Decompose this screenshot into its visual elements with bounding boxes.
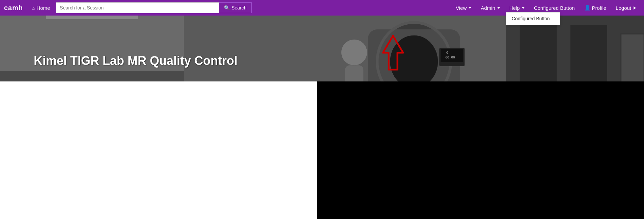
brand-logo[interactable]: camh xyxy=(4,4,23,12)
profile-icon: 👤 xyxy=(584,5,591,11)
svg-marker-22 xyxy=(383,36,403,70)
configured-button-nav[interactable]: Configured Button xyxy=(531,4,578,12)
red-arrow-annotation xyxy=(378,34,408,73)
svg-text:00:00: 00:00 xyxy=(445,55,455,59)
search-form: 🔍 Search xyxy=(56,2,251,13)
content-area xyxy=(0,81,644,219)
home-icon: ⌂ xyxy=(32,5,35,11)
admin-label: Admin xyxy=(481,5,495,11)
search-icon: 🔍 xyxy=(224,5,230,10)
content-right xyxy=(317,81,644,219)
view-caret-icon xyxy=(469,7,471,9)
svg-rect-17 xyxy=(345,65,364,81)
view-menu[interactable]: View xyxy=(452,4,475,12)
help-caret-icon xyxy=(522,7,525,9)
search-button[interactable]: 🔍 Search xyxy=(219,2,251,13)
profile-label: Profile xyxy=(592,5,607,11)
hero-background: 0 00:00 Kimel TIGR Lab MR Quality Contro xyxy=(0,16,644,81)
help-menu[interactable]: Help Configured Button xyxy=(506,4,528,12)
help-label: Help xyxy=(509,5,520,11)
admin-menu[interactable]: Admin xyxy=(477,4,503,12)
search-button-label: Search xyxy=(231,5,246,10)
svg-rect-20 xyxy=(570,25,607,81)
home-label: Home xyxy=(36,5,50,11)
configured-button-nav-label: Configured Button xyxy=(534,5,575,11)
hero-title: Kimel TIGR Lab MR Quality Control xyxy=(0,54,248,75)
dropdown-configured-button[interactable]: Configured Button xyxy=(506,13,560,25)
admin-caret-icon xyxy=(497,7,500,9)
view-label: View xyxy=(456,5,467,11)
logout-label: Logout xyxy=(616,5,631,11)
content-left xyxy=(0,81,317,219)
home-link[interactable]: ⌂ Home xyxy=(28,4,53,12)
navbar: camh ⌂ Home 🔍 Search View Admin Help Con… xyxy=(0,0,644,16)
profile-link[interactable]: 👤 Profile xyxy=(581,3,610,12)
logout-link[interactable]: Logout ➤ xyxy=(612,4,640,12)
svg-rect-19 xyxy=(520,25,557,81)
svg-text:0: 0 xyxy=(446,51,448,54)
svg-rect-21 xyxy=(621,34,644,81)
svg-point-16 xyxy=(341,40,367,65)
logout-icon: ➤ xyxy=(633,5,637,10)
help-dropdown: Configured Button xyxy=(506,12,560,25)
hero-section: 0 00:00 Kimel TIGR Lab MR Quality Contro xyxy=(0,16,644,81)
svg-rect-3 xyxy=(46,16,138,19)
search-input[interactable] xyxy=(56,2,219,13)
